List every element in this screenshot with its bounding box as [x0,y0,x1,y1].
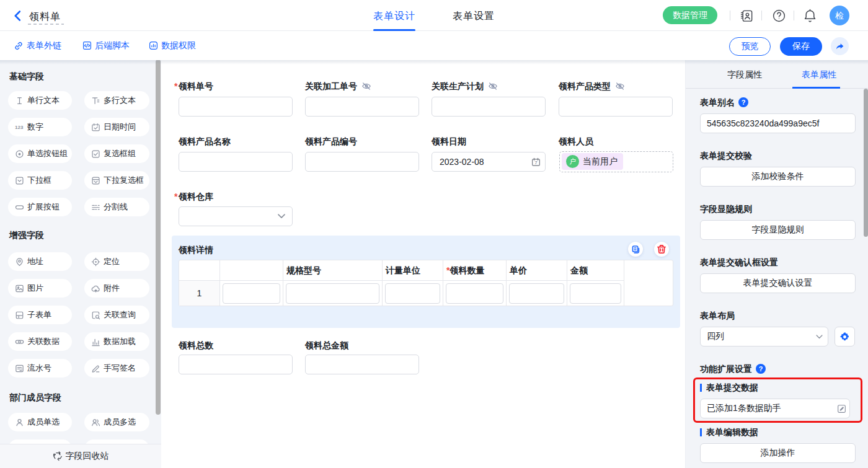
svg-text:7: 7 [534,160,538,166]
